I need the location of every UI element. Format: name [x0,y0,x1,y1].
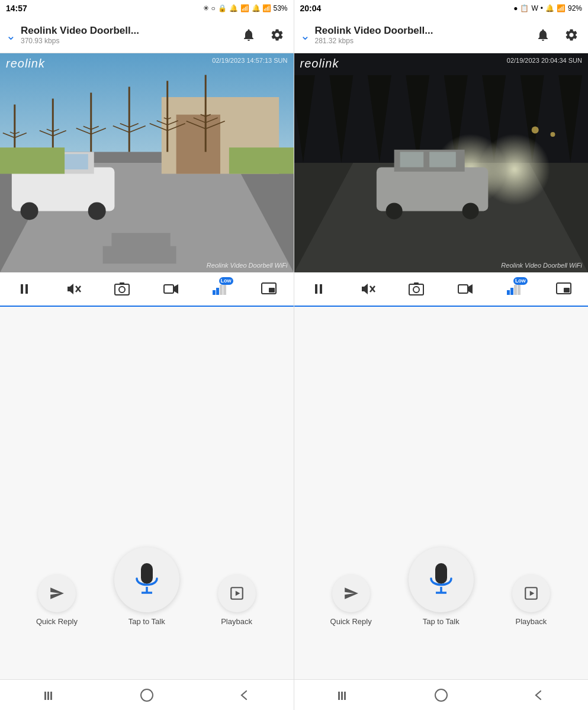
feed-watermark-2: Reolink Video Doorbell WiFi [501,262,582,269]
playback-btn-1[interactable] [218,574,256,612]
svg-marker-9 [174,284,178,294]
svg-point-31 [413,287,419,293]
svg-rect-40 [564,288,570,293]
status-alarm-icon: 🔔 [229,4,238,12]
svg-rect-21 [44,692,46,700]
status-circle-icon: ○ [211,4,216,12]
svg-rect-7 [120,282,124,285]
status-kb-icon: 📋 [520,4,529,12]
settings-icon-2[interactable] [561,24,582,46]
svg-rect-47 [341,692,343,700]
tap-to-talk-item-2: Tap to Talk [396,547,486,626]
svg-marker-2 [68,284,73,294]
header-title-group-2: Reolink Video Doorbell... 281.32 kbps [315,25,533,45]
status-bullet: • [541,4,543,12]
svg-rect-41 [435,563,447,584]
phone-panel-1: 14:57 ✳ ○ 🔒 🔔 📶 🔔 📶 53% ⌄ Reolink Video … [0,0,294,710]
tap-to-talk-label-2: Tap to Talk [423,617,460,626]
quick-reply-item-1: Quick Reply [12,574,102,626]
paper-plane-icon-2 [343,586,359,601]
tap-to-talk-btn-2[interactable] [409,547,474,612]
quick-reply-btn-1[interactable] [38,574,76,612]
feed-timestamp-2: 02/19/2023 20:04:34 SUN [507,57,582,64]
status-bar-2: 20:04 ● 📋 W • 🔔 📶 92% [294,0,589,17]
svg-rect-10 [213,290,216,295]
phone-panel-2: 20:04 ● 📋 W • 🔔 📶 92% ⌄ Reolink Video Do… [294,0,589,710]
mute-btn-2[interactable] [355,276,381,302]
paper-plane-icon-1 [49,586,65,601]
quick-reply-btn-2[interactable] [332,574,370,612]
status-lock-icon: 🔒 [218,4,227,12]
svg-point-6 [119,287,125,293]
svg-rect-1 [25,284,28,294]
action-row-2: Quick Reply Tap to Talk [294,547,589,626]
svg-rect-15 [269,288,275,293]
svg-rect-37 [514,285,517,295]
bitrate-1: 370.93 kbps [21,37,238,45]
status-alarm-icon-2: 🔔 [545,4,554,12]
svg-rect-5 [115,284,129,295]
feed-logo-1: reolink [6,57,45,70]
nav-home-1[interactable] [129,683,165,707]
play-icon-2 [523,586,539,601]
status-icons-1: ✳ ○ 🔒 🔔 📶 🔔 📶 53% [203,4,288,12]
header-icons-1 [238,24,288,46]
status-battery-1: 🔔 📶 53% [252,4,288,12]
screenshot-btn-1[interactable] [109,276,135,302]
feed-watermark-1: Reolink Video Doorbell WiFi [207,262,288,269]
status-wifi-icon-2: 📶 [557,4,565,12]
microphone-icon-2 [426,562,456,597]
record-btn-1[interactable] [158,276,184,302]
svg-rect-16 [141,563,153,584]
status-wifi-icon: 📶 [240,4,249,12]
svg-rect-30 [409,284,423,295]
svg-rect-32 [414,282,419,285]
svg-rect-46 [338,692,340,700]
bitrate-2: 281.32 kbps [315,37,533,45]
svg-rect-25 [315,284,317,294]
quick-reply-label-1: Quick Reply [36,617,78,626]
svg-rect-22 [47,692,49,700]
bottom-nav-1 [0,679,294,710]
app-header-1: ⌄ Reolink Video Doorbell... 370.93 kbps [0,17,294,53]
pause-btn-2[interactable] [306,276,332,302]
svg-rect-23 [50,692,52,700]
pip-btn-2[interactable] [551,276,577,302]
app-header-2: ⌄ Reolink Video Doorbell... 281.32 kbps [294,17,589,53]
status-w-icon: W [531,4,538,12]
mute-btn-1[interactable] [60,276,86,302]
svg-rect-35 [507,290,510,295]
svg-marker-20 [235,591,240,596]
app-title-2: Reolink Video Doorbell... [315,25,493,37]
back-chevron-1[interactable]: ⌄ [6,28,16,43]
svg-marker-34 [468,284,473,294]
bell-icon-1[interactable] [238,24,259,46]
quality-btn-2[interactable]: Low [502,276,528,302]
pip-btn-1[interactable] [256,276,282,302]
pause-btn-1[interactable] [11,276,37,302]
back-chevron-2[interactable]: ⌄ [300,28,310,43]
svg-rect-11 [216,288,219,295]
playback-btn-2[interactable] [512,574,550,612]
camera-feed-2: reolink 02/19/2023 20:04:34 SUN Reolink … [294,53,589,272]
svg-point-49 [435,689,447,701]
quality-btn-1[interactable]: Low [207,276,233,302]
controls-bar-2: Low [294,272,589,307]
screenshot-btn-2[interactable] [403,276,429,302]
bell-icon-2[interactable] [532,24,554,46]
status-battery-2: 92% [568,4,582,12]
nav-menu-1[interactable] [31,683,67,707]
nav-home-2[interactable] [423,683,459,707]
controls-bar-1: Low [0,272,294,307]
tap-to-talk-btn-1[interactable] [114,547,179,612]
status-compass-icon: ✳ [203,4,209,12]
status-time-2: 20:04 [300,4,322,13]
playback-label-1: Playback [221,617,252,626]
nav-back-1[interactable] [227,683,262,707]
nav-back-2[interactable] [521,683,557,707]
status-dot-icon: ● [513,4,518,12]
nav-menu-2[interactable] [325,683,361,707]
record-btn-2[interactable] [452,276,478,302]
settings-icon-1[interactable] [266,24,288,46]
action-row-1: Quick Reply Tap to Talk [0,547,294,626]
